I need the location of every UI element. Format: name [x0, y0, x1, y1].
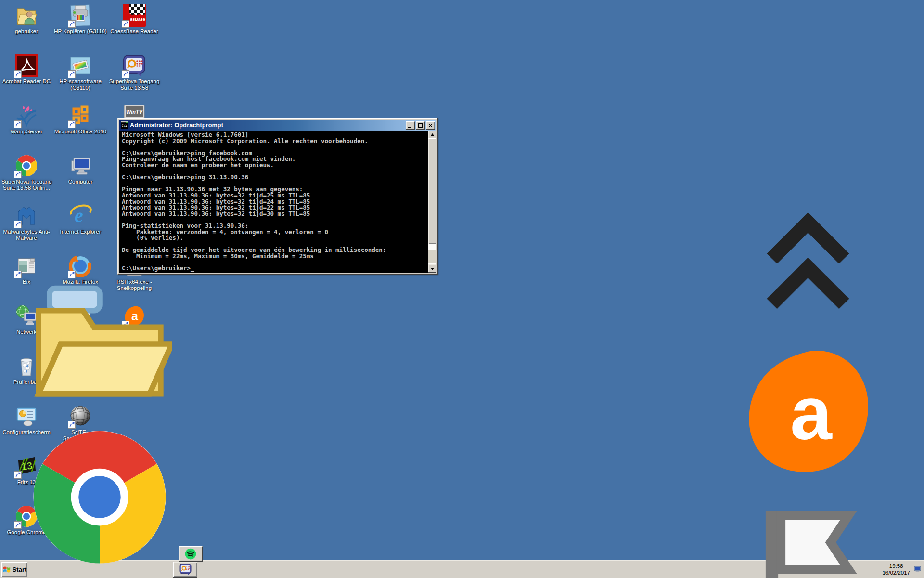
wamp-icon: [15, 104, 38, 127]
svg-text:a: a: [790, 371, 833, 455]
avast-icon[interactable]: a: [736, 340, 880, 484]
start-button[interactable]: Start: [1, 562, 27, 577]
shortcut-arrow-icon: [68, 20, 76, 28]
desktop-icon-supernova-toegang-suite-13-58-onlin[interactable]: SuperNova Toegang Suite 13.58 Onlin...: [0, 154, 53, 191]
desktop-icon-gebruiker[interactable]: gebruiker: [0, 4, 53, 35]
icon-label: ChessBase Reader: [108, 28, 161, 35]
acrobat-icon: [15, 54, 38, 77]
icon-label: SuperNova Toegang Suite 13.58 Onlin...: [0, 179, 53, 191]
console-output[interactable]: Microsoft Windows [versie 6.1.7601]Copyr…: [119, 131, 428, 273]
icon-label: WampServer: [0, 129, 53, 135]
window-title: Administrator: Opdrachtprompt: [130, 122, 405, 129]
icon-label: SuperNova Toegang Suite 13.58: [108, 79, 161, 91]
scanner-icon: [69, 54, 92, 77]
desktop-icon-wampserver[interactable]: WampServer: [0, 104, 53, 135]
ie-icon: e: [69, 204, 92, 227]
shortcut-arrow-icon: [122, 70, 129, 78]
supernova-icon: [123, 54, 146, 77]
window-titlebar[interactable]: C:\ Administrator: Opdrachtprompt: [119, 120, 436, 131]
console-line: C:\Users\gebruiker>ping 31.13.90.36: [122, 174, 428, 181]
cmd-icon: C:\: [121, 121, 128, 129]
maximize-button[interactable]: [416, 121, 425, 130]
computer-icon: [69, 154, 92, 177]
shortcut-arrow-icon: [14, 471, 22, 479]
icon-label: Acrobat Reader DC: [0, 79, 53, 85]
svg-text:C:\: C:\: [122, 124, 128, 128]
desktop-icon-supernova-toegang-suite-13-58[interactable]: SuperNova Toegang Suite 13.58: [108, 54, 161, 91]
icon-label: HP-scansoftware (G3110): [54, 79, 107, 91]
shortcut-arrow-icon: [14, 271, 22, 278]
start-label: Start: [13, 566, 27, 573]
shortcut-arrow-icon: [14, 171, 22, 178]
icon-label: HP Kopiëren (G3110): [54, 28, 107, 35]
desktop: gebruikerHP Kopiëren (G3110)ssBaseChessB…: [0, 0, 924, 578]
clock-date: 16/02/2017: [882, 569, 910, 576]
chrome-icon: [15, 154, 38, 177]
desktop-icon-internet-explorer[interactable]: eInternet Explorer: [54, 204, 107, 235]
quicklaunch-chrome-icon[interactable]: [27, 425, 172, 569]
folder-user-icon: [15, 4, 38, 27]
scrollbar-thumb[interactable]: [428, 138, 436, 244]
close-button[interactable]: [426, 121, 435, 130]
desktop-icon-hp-kopi-ren-g3110[interactable]: HP Kopiëren (G3110): [54, 4, 107, 35]
desktop-icon-microsoft-office-2010[interactable]: Microsoft Office 2010: [54, 104, 107, 135]
console-client-area: Microsoft Windows [versie 6.1.7601]Copyr…: [119, 131, 436, 273]
shortcut-arrow-icon: [14, 521, 22, 529]
desktop-icon-hp-scansoftware-g3110[interactable]: HP-scansoftware (G3110): [54, 54, 107, 91]
desktop-icon-acrobat-reader-dc[interactable]: Acrobat Reader DC: [0, 54, 53, 85]
icon-label: Malwarebytes Anti-Malware: [0, 229, 53, 241]
chessbase-icon: ssBase: [123, 4, 146, 27]
desktop-icon-chessbase-reader[interactable]: ssBaseChessBase Reader: [108, 4, 161, 35]
system-tray: a 19:58 16/02/2017: [731, 561, 924, 578]
shortcut-arrow-icon: [14, 70, 22, 78]
clock-time: 19:58: [882, 563, 910, 569]
windows-flag-icon: [2, 565, 11, 574]
icon-label: Internet Explorer: [54, 229, 107, 235]
console-line: Controleer de naam en probeer het opnieu…: [122, 162, 428, 169]
malwarebytes-icon: [15, 204, 38, 227]
shortcut-arrow-icon: [68, 70, 76, 78]
console-line: Antwoord van 31.13.90.36: bytes=32 tijd=…: [122, 211, 428, 217]
vertical-scrollbar[interactable]: [428, 131, 436, 273]
shortcut-arrow-icon: [122, 20, 129, 28]
taskbar: Start C:\ a 19:58 16/02/2017: [0, 560, 924, 578]
shortcut-arrow-icon: [14, 221, 22, 228]
monitor-icon[interactable]: [914, 565, 922, 573]
printer-icon: [69, 4, 92, 27]
scroll-down-icon[interactable]: [428, 264, 436, 273]
minimize-button[interactable]: [406, 121, 415, 130]
taskbar-clock[interactable]: 19:58 16/02/2017: [882, 563, 910, 576]
svg-text:WinTV: WinTV: [126, 109, 143, 115]
office-icon: [69, 104, 92, 127]
command-prompt-window: C:\ Administrator: Opdrachtprompt Micros…: [117, 118, 438, 275]
desktop-icon-malwarebytes-anti-malware[interactable]: Malwarebytes Anti-Malware: [0, 204, 53, 241]
console-line: Minimum = 22ms, Maximum = 30ms, Gemiddel…: [122, 253, 428, 260]
chevron-up-icon[interactable]: [736, 186, 880, 331]
shortcut-arrow-icon: [68, 120, 76, 128]
taskbar-button-supernova[interactable]: [173, 562, 197, 577]
desktop-icon-computer[interactable]: Computer: [54, 154, 107, 185]
action-center-flag-icon[interactable]: [736, 493, 880, 578]
icon-label: gebruiker: [0, 28, 53, 35]
shortcut-arrow-icon: [14, 120, 22, 128]
icon-label: Microsoft Office 2010: [54, 129, 107, 135]
console-line: Copyright (c) 2009 Microsoft Corporation…: [122, 138, 428, 144]
icon-label: Computer: [54, 179, 107, 185]
svg-text:ssBase: ssBase: [130, 17, 145, 22]
taskbar-button-spotify[interactable]: [179, 546, 203, 562]
console-line: (0% verlies).: [122, 235, 428, 241]
quicklaunch-explorer-icon[interactable]: [27, 272, 172, 416]
